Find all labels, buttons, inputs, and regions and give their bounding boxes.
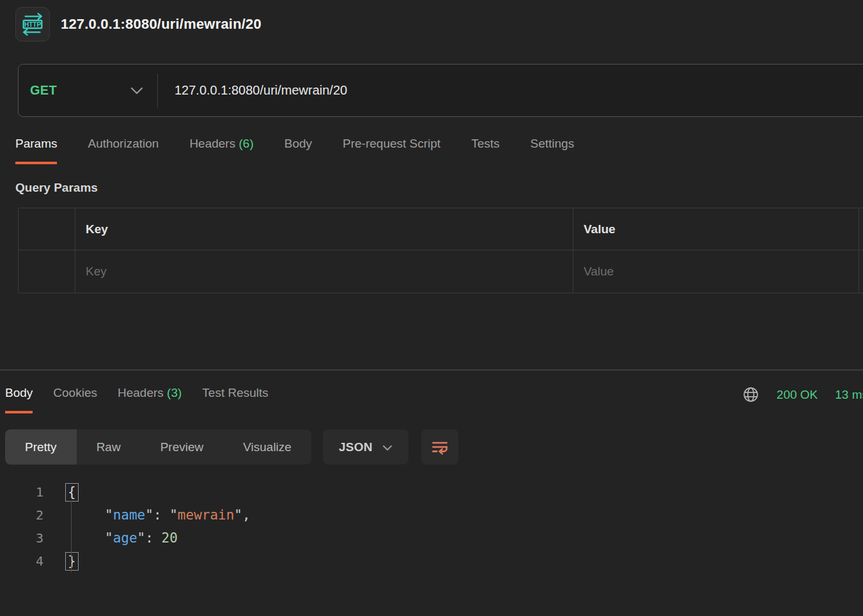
tab-body-label: Body — [284, 137, 312, 150]
code-line-4: 4 } — [0, 550, 251, 573]
view-raw[interactable]: Raw — [77, 429, 141, 465]
code-line-2: 2 "name": "mewrain", — [0, 504, 251, 527]
query-params-title: Query Params — [15, 181, 98, 195]
tab-body[interactable]: Body — [284, 137, 312, 164]
tab-params-label: Params — [15, 137, 57, 150]
headers-count-badge: (6) — [238, 137, 253, 150]
http-icon-glyph: HTTP — [19, 11, 46, 38]
tab-response-body-label: Body — [5, 386, 33, 399]
view-preview[interactable]: Preview — [141, 429, 224, 465]
tab-test-results-label: Test Results — [202, 386, 268, 399]
request-header: HTTP 127.0.0.1:8080/uri/mewrain/20 — [15, 7, 261, 42]
json-number-value: 20 — [162, 530, 178, 546]
pane-divider[interactable] — [0, 369, 863, 371]
value-input[interactable]: Value — [573, 250, 859, 293]
code-line-1: 1 { — [0, 481, 251, 504]
tab-authorization[interactable]: Authorization — [88, 137, 159, 164]
json-string-value: mewrain — [178, 507, 235, 523]
response-view-bar: Pretty Raw Preview Visualize JSON — [5, 429, 458, 465]
request-url-bar: GET 127.0.0.1:8080/uri/mewrain/20 — [18, 64, 863, 117]
open-brace: { — [65, 483, 79, 502]
quote: " — [105, 507, 113, 523]
description-column-header — [859, 208, 863, 250]
key-input[interactable]: Key — [75, 250, 573, 293]
line-number: 4 — [0, 553, 43, 569]
wrap-text-button[interactable] — [421, 429, 458, 465]
tab-response-headers-label: Headers — [118, 386, 164, 399]
request-tabs: Params Authorization Headers (6) Body Pr… — [15, 137, 574, 164]
url-input[interactable]: 127.0.0.1:8080/uri/mewrain/20 — [158, 83, 347, 98]
http-request-icon: HTTP — [15, 7, 50, 42]
wrap-text-icon — [430, 437, 450, 458]
close-brace: } — [65, 552, 79, 571]
globe-icon[interactable] — [742, 386, 759, 403]
response-meta: 200 OK 13 ms — [742, 386, 863, 403]
view-pretty[interactable]: Pretty — [5, 429, 77, 465]
quote: " — [234, 507, 242, 523]
value-column-header: Value — [573, 208, 859, 250]
format-dropdown[interactable]: JSON — [323, 429, 408, 465]
description-cell[interactable] — [859, 250, 863, 293]
app-window: HTTP 127.0.0.1:8080/uri/mewrain/20 GET 1… — [0, 0, 863, 616]
quote: " — [169, 507, 178, 523]
quote: " — [137, 530, 146, 546]
format-label: JSON — [339, 440, 373, 454]
tab-headers-label: Headers — [189, 137, 235, 150]
tab-response-headers[interactable]: Headers (3) — [118, 386, 182, 413]
view-mode-switcher: Pretty Raw Preview Visualize — [5, 429, 311, 465]
method-label: GET — [30, 83, 57, 98]
chevron-down-icon — [130, 87, 143, 95]
response-tabs: Body Cookies Headers (3) Test Results — [5, 386, 268, 413]
response-time[interactable]: 13 ms — [835, 388, 863, 402]
comma: , — [242, 507, 251, 523]
json-key: age — [113, 530, 137, 546]
view-visualize[interactable]: Visualize — [223, 429, 311, 465]
tab-settings-label: Settings — [531, 137, 575, 150]
row-checkbox-cell[interactable] — [19, 250, 75, 293]
response-body-code[interactable]: 1 { 2 "name": "mewrain", 3 "age": 20 4 } — [0, 481, 251, 573]
query-params-table: Key Value Key Value — [18, 208, 863, 293]
tab-headers[interactable]: Headers (6) — [189, 137, 253, 164]
quote: " — [145, 507, 153, 523]
tab-params[interactable]: Params — [15, 137, 57, 164]
page-title: 127.0.0.1:8080/uri/mewrain/20 — [61, 16, 261, 33]
response-headers-count-badge: (3) — [167, 386, 182, 399]
tab-settings[interactable]: Settings — [531, 137, 575, 164]
json-key: name — [113, 507, 146, 523]
tab-cookies-label: Cookies — [53, 386, 97, 399]
tab-tests[interactable]: Tests — [471, 137, 499, 164]
line-number: 2 — [0, 507, 43, 523]
colon: : — [145, 530, 161, 546]
indent-guide — [71, 501, 72, 573]
colon: : — [153, 507, 169, 523]
status-badge[interactable]: 200 OK — [777, 388, 818, 402]
chevron-down-icon — [382, 440, 393, 454]
tab-test-results[interactable]: Test Results — [202, 386, 268, 413]
tab-cookies[interactable]: Cookies — [53, 386, 97, 413]
method-dropdown[interactable]: GET — [19, 83, 157, 98]
tab-tests-label: Tests — [471, 137, 499, 150]
tab-pre-request-script-label: Pre-request Script — [343, 137, 440, 150]
tab-response-body[interactable]: Body — [5, 386, 33, 413]
checkbox-column-header — [19, 208, 75, 250]
line-number: 1 — [0, 484, 43, 500]
svg-text:HTTP: HTTP — [24, 21, 41, 28]
quote: " — [105, 530, 113, 546]
code-line-3: 3 "age": 20 — [0, 527, 251, 550]
line-number: 3 — [0, 530, 43, 546]
tab-authorization-label: Authorization — [88, 137, 159, 150]
tab-pre-request-script[interactable]: Pre-request Script — [343, 137, 440, 164]
key-column-header: Key — [75, 208, 573, 250]
